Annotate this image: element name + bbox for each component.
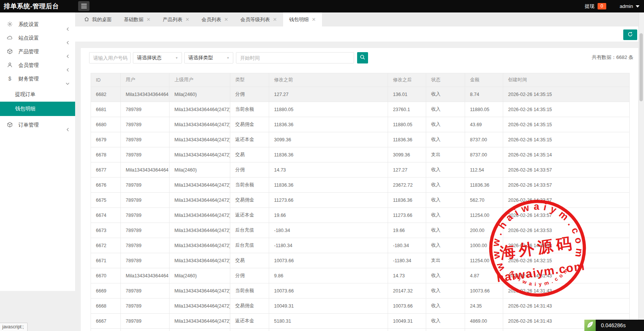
table-cell: 24.35 [465,299,503,314]
wallet-details-panel: 请选择状态 ▼ 请选择类型 ▼ 共有数据：6682 条 ID用户上级用户类型修改… [81,48,639,331]
table-cell: 789789 [121,102,169,117]
table-cell: 23672.72 [388,178,426,193]
table-cell: 收入 [426,299,465,314]
menu-toggle-button[interactable] [78,1,89,11]
withdraw-count-badge: 0 [598,3,606,9]
table-row[interactable]: 6678789789Mila1343434364464(2472)交易11836… [91,147,630,162]
user-number-input[interactable] [89,52,131,63]
table-cell: 2026-02-26 14:33:57 [503,162,630,178]
tab-member-list[interactable]: 会员列表 ✕ [196,12,234,26]
table-cell: 收入 [426,268,465,283]
table-row[interactable]: 6680789789Mila1343434364464(2472)交易佣金118… [91,117,630,132]
table-cell: 收入 [426,223,465,238]
close-icon[interactable]: ✕ [185,17,190,22]
table-cell: 789789 [121,314,169,329]
table-cell: Mila(2460) [169,162,230,178]
table-cell: 2026-02-26 14:35:15 [503,102,630,117]
table-row[interactable]: 6670Mila1343434364464Mila(2460)分佣9.8614.… [91,268,630,283]
sidebar-item-site-settings[interactable]: 站点设置 [0,31,75,45]
scrollbar-thumb[interactable] [639,33,643,101]
table-row[interactable]: 6671789789Mila1343434364464(2472)交易10073… [91,253,630,268]
table-row[interactable]: 6675789789Mila1343434364464(2472)交易佣金112… [91,193,630,208]
table-cell: Mila(2460) [169,268,230,283]
table-row[interactable]: 6666789789Mila1343434364464(2472)交易10049… [91,329,630,331]
tab-basic-data[interactable]: 基础数据 ✕ [118,12,157,26]
table-row[interactable]: 6674789789Mila1343434364464(2472)返还本金19.… [91,208,630,223]
refresh-button[interactable] [623,29,637,40]
table-cell: 6680 [91,117,121,132]
table-cell: 2026-02-26 14:35:15 [503,117,630,132]
tab-my-desktop[interactable]: 我的桌面 [78,12,118,26]
table-row[interactable]: 6681789789Mila1343434364464(2472)当前余额118… [91,102,630,117]
table-row[interactable]: 6673789789Mila1343434364464(2472)后台充值-18… [91,223,630,238]
table-row[interactable]: 6679789789Mila1343434364464(2472)返还本金309… [91,132,630,147]
table-cell: 收入 [426,314,465,329]
link-status-hint: javascript:; [0,323,28,331]
table-cell: 10073.66 [388,299,426,314]
sidebar-item-wallet-details[interactable]: 钱包明细 [0,102,75,116]
table-cell: 11836.36 [269,117,388,132]
close-icon[interactable]: ✕ [224,17,228,22]
close-icon[interactable]: ✕ [312,17,316,22]
table-cell: 789789 [121,329,169,331]
table-cell: 后台充值 [230,238,269,253]
table-header-row: ID用户上级用户类型修改之前修改之后状态金额创建时间 [91,73,630,87]
table-row[interactable]: 6672789789Mila1343434364464(2472)后台充值-11… [91,238,630,253]
table-cell: 10049.31 [269,299,388,314]
table-row[interactable]: 6667789789Mila1343434364464(2472)返还本金518… [91,314,630,329]
table-cell: 14.73 [269,162,388,178]
trace-time: 0.046286s [596,320,644,331]
tab-member-level-list[interactable]: 会员等级列表 ✕ [234,12,283,26]
table-cell: 6681 [91,102,121,117]
table-cell: 11836.36 [465,178,503,193]
sidebar-item-withdraw-orders[interactable]: 提现订单 [0,87,75,102]
sidebar-item-finance-management[interactable]: $ 财务管理 [0,72,75,86]
table-cell: 交易 [230,253,269,268]
table-cell: 2026-02-26 14:33:57 [503,208,630,223]
table-cell: Mila1343434364464(2472) [169,132,230,147]
table-cell: 14.73 [388,268,426,283]
table-row[interactable]: 6669789789Mila1343434364464(2472)当前余额100… [91,283,630,299]
table-cell: Mila1343434364464 [121,162,169,178]
table-row[interactable]: 6677Mila1343434364464Mila(2460)分佣14.7312… [91,162,630,178]
table-cell: Mila1343434364464 [121,87,169,102]
table-cell: 789789 [121,178,169,193]
table-row[interactable]: 6682Mila1343434364464Mila(2460)分佣127.271… [91,87,630,102]
table-cell: 返还本金 [230,132,269,147]
sidebar-item-system-settings[interactable]: 系统设置 [0,18,75,31]
close-icon[interactable]: ✕ [273,17,277,22]
sidebar: 系统设置 站点设置 产品管理 [0,12,75,291]
table-row[interactable]: 6676789789Mila1343434364464(2472)当前余额118… [91,178,630,193]
withdraw-shortcut[interactable]: 提现 0 [585,3,606,10]
user-menu[interactable]: admin [620,3,639,9]
tab-product-list[interactable]: 产品列表 ✕ [157,12,196,26]
table-cell: 分佣 [230,162,269,178]
home-icon [84,17,89,23]
hamburger-icon [81,4,87,5]
table-cell: 后台充值 [230,223,269,238]
table-cell: 分佣 [230,268,269,283]
wallet-table: ID用户上级用户类型修改之前修改之后状态金额创建时间 6682Mila13434… [91,73,630,331]
start-time-input[interactable] [236,52,354,63]
tab-wallet-details[interactable]: 钱包明细 ✕ [283,12,322,26]
table-cell: 11880.05 [388,117,426,132]
table-row[interactable]: 6668789789Mila1343434364464(2472)交易佣金100… [91,299,630,314]
table-cell: 6675 [91,193,121,208]
table-cell: 789789 [121,132,169,147]
table-cell: 收入 [426,87,465,102]
total-count: 共有数据：6682 条 [592,54,633,61]
table-cell: 2026-02-26 14:31:43 [503,299,630,314]
sidebar-item-order-management[interactable]: 订单管理 [0,118,75,132]
status-select[interactable]: 请选择状态 ▼ [133,52,182,63]
close-icon[interactable]: ✕ [146,17,151,22]
table-cell: 10073.66 [465,283,503,299]
sidebar-item-member-management[interactable]: 会员管理 [0,59,75,72]
table-cell: -1180.34 [269,238,388,253]
type-select[interactable]: 请选择类型 ▼ [184,52,233,63]
table-cell: 11836.36 [269,147,388,162]
search-button[interactable] [357,52,368,63]
vertical-scrollbar[interactable] [638,12,644,331]
table-cell: 2026-02-26 14:32:15 [503,253,630,268]
sidebar-item-product-management[interactable]: 产品管理 [0,45,75,59]
trace-toggle[interactable] [584,320,596,331]
